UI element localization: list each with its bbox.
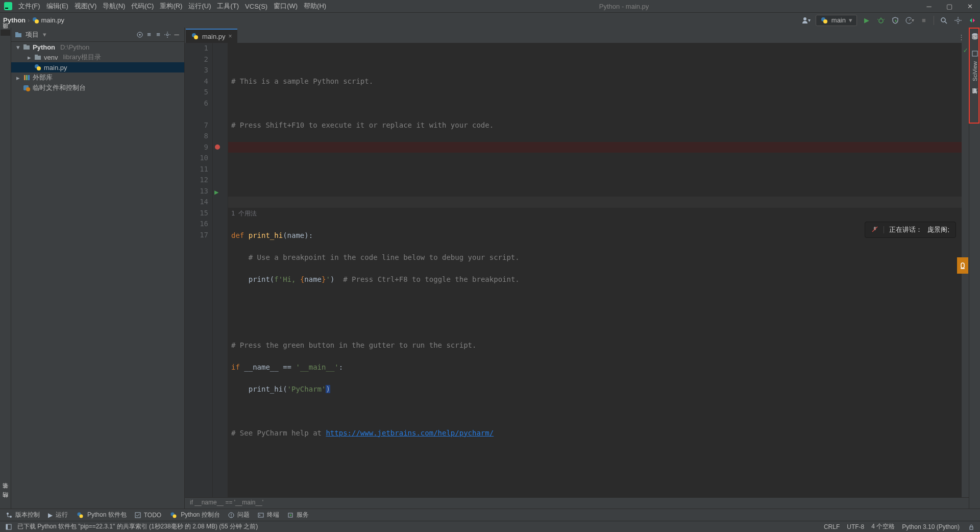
- tool-sciview[interactable]: SciView: [972, 58, 978, 84]
- tree-row-extlib[interactable]: ▸ 外部库: [11, 72, 184, 83]
- tab-mainpy[interactable]: main.py ×: [186, 29, 237, 43]
- tool-notifications[interactable]: 通知: [971, 95, 978, 102]
- status-encoding[interactable]: UTF-8: [847, 523, 864, 530]
- run-gutter-icon[interactable]: ▶: [214, 187, 218, 198]
- menu-view[interactable]: 视图(V): [71, 0, 100, 12]
- codewithme-icon[interactable]: [968, 16, 977, 25]
- tool-bookmarks[interactable]: 书签: [2, 490, 9, 496]
- bottom-todo[interactable]: TODO: [135, 512, 161, 519]
- menu-window[interactable]: 窗口(W): [271, 0, 301, 12]
- tree-row-mainpy[interactable]: main.py: [11, 62, 184, 72]
- expand-down-icon[interactable]: ▾: [15, 44, 20, 50]
- bottom-run[interactable]: ▶运行: [48, 511, 68, 519]
- status-crlf[interactable]: CRLF: [824, 523, 840, 530]
- notifications-icon[interactable]: [970, 86, 979, 95]
- hide-icon[interactable]: ─: [172, 30, 181, 39]
- sciview-icon[interactable]: [970, 49, 979, 58]
- svg-rect-36: [24, 75, 26, 80]
- window-maximize-icon[interactable]: ▢: [939, 0, 960, 12]
- profile-icon[interactable]: ▾: [905, 16, 914, 25]
- tool-structure[interactable]: 结构: [2, 499, 9, 505]
- tool-database[interactable]: 数据库: [971, 41, 978, 47]
- collapse-all-icon[interactable]: ≡: [154, 30, 163, 39]
- project-sidebar: 项目 ▾ ≡ ≡ ─ ▾ Python D:\Python ▸ venv lib…: [11, 28, 185, 509]
- expand-all-icon[interactable]: ≡: [144, 30, 154, 39]
- python-file-icon: [32, 16, 40, 25]
- add-user-icon[interactable]: ▾: [801, 16, 811, 25]
- window-close-icon[interactable]: ✕: [960, 0, 980, 12]
- stop-icon[interactable]: ■: [919, 16, 928, 25]
- breakpoint-icon[interactable]: [215, 144, 220, 150]
- search-icon[interactable]: [939, 16, 948, 25]
- window-minimize-icon[interactable]: ─: [919, 0, 939, 12]
- status-interpreter[interactable]: Python 3.10 (Python): [902, 523, 960, 530]
- tree-scratch-label: 临时文件和控制台: [33, 83, 86, 92]
- expand-right-icon[interactable]: ▸: [27, 55, 32, 60]
- svg-point-60: [231, 516, 232, 517]
- svg-point-11: [906, 17, 912, 23]
- locate-icon[interactable]: [135, 30, 144, 39]
- bottom-terminal[interactable]: 终端: [258, 511, 279, 519]
- menu-help[interactable]: 帮助(H): [301, 0, 329, 12]
- tree-row-scratch[interactable]: 临时文件和控制台: [11, 83, 184, 93]
- menu-run[interactable]: 运行(U): [185, 0, 214, 12]
- bottom-packages[interactable]: Python 软件包: [76, 511, 127, 519]
- code-content[interactable]: # This is a sample Python script. # Pres…: [228, 43, 962, 497]
- run-config-selector[interactable]: main ▾: [816, 15, 857, 26]
- gear-icon[interactable]: [163, 30, 172, 39]
- notification-toast[interactable]: [957, 257, 968, 274]
- window-title: Python - main.py: [329, 3, 919, 10]
- expand-right-icon[interactable]: ▸: [15, 75, 20, 80]
- tree-row-root[interactable]: ▾ Python D:\Python: [11, 42, 184, 52]
- svg-marker-63: [290, 514, 292, 516]
- lock-icon[interactable]: [967, 522, 976, 531]
- menu-file[interactable]: 文件(F): [15, 0, 43, 12]
- svg-point-42: [194, 35, 198, 39]
- coverage-icon[interactable]: [891, 16, 900, 25]
- svg-point-54: [80, 514, 83, 518]
- status-indent[interactable]: 4 个空格: [871, 522, 895, 531]
- bottom-console[interactable]: Python 控制台: [169, 511, 220, 519]
- check-ok-icon: ✓: [964, 45, 968, 56]
- svg-rect-48: [972, 51, 977, 56]
- chevron-down-icon[interactable]: ▾: [43, 31, 46, 38]
- close-tab-icon[interactable]: ×: [229, 33, 232, 40]
- code-editor[interactable]: 123456 7891011121314151617 ▶ # This is a…: [185, 43, 969, 497]
- editor-tabs: main.py × ⋮: [185, 28, 969, 43]
- settings-icon[interactable]: [953, 16, 963, 25]
- tree-root-path: D:\Python: [60, 43, 89, 51]
- svg-rect-38: [28, 75, 30, 80]
- bottom-vcs[interactable]: 版本控制: [6, 511, 40, 519]
- menu-code[interactable]: 代码(C): [128, 0, 157, 12]
- breadcrumb-root[interactable]: Python: [3, 16, 26, 24]
- menu-vcs[interactable]: VCS(S): [242, 0, 271, 12]
- menu-tools[interactable]: 工具(T): [214, 0, 242, 12]
- tree-root-name: Python: [33, 43, 55, 51]
- run-icon[interactable]: ▶: [862, 16, 871, 25]
- database-tool-icon[interactable]: [970, 32, 979, 41]
- status-message: 已下载 Python 软件包 "pip==22.3.1" 的共享索引 (1秒23…: [17, 522, 258, 531]
- tool-project[interactable]: 项目: [1, 30, 10, 36]
- python-file-icon: [34, 63, 42, 71]
- code-breadcrumb: if __name__ == '__main__': [185, 497, 969, 509]
- debug-icon[interactable]: [876, 16, 886, 25]
- bottom-problems[interactable]: 问题: [228, 511, 250, 519]
- svg-rect-37: [26, 75, 28, 80]
- tree-row-venv[interactable]: ▸ venv library根目录: [11, 52, 184, 62]
- menu-refactor[interactable]: 重构(R): [157, 0, 185, 12]
- menu-edit[interactable]: 编辑(E): [43, 0, 71, 12]
- tab-menu-icon[interactable]: ⋮: [954, 31, 969, 43]
- svg-marker-20: [973, 18, 975, 22]
- run-config-name: main: [831, 16, 846, 24]
- project-tree[interactable]: ▾ Python D:\Python ▸ venv library根目录 mai…: [11, 42, 184, 509]
- breadcrumb-file[interactable]: main.py: [41, 16, 64, 24]
- svg-point-24: [139, 34, 141, 35]
- tree-venv-name: venv: [44, 54, 58, 61]
- svg-rect-33: [35, 55, 38, 56]
- bottom-services[interactable]: 服务: [287, 511, 309, 519]
- chevron-right-icon: ›: [28, 16, 30, 24]
- folder-icon: [22, 43, 31, 51]
- menu-navigate[interactable]: 导航(N): [100, 0, 128, 12]
- toolwindows-toggle-icon[interactable]: [4, 522, 13, 531]
- svg-point-3: [35, 19, 39, 23]
